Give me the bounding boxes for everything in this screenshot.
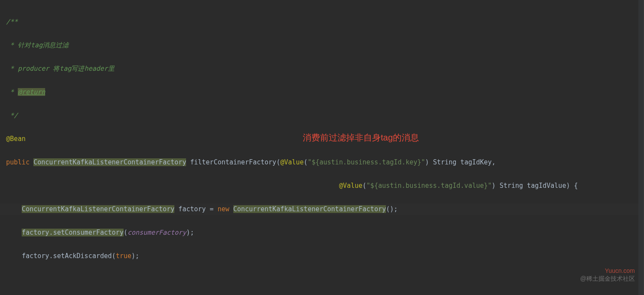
javadoc-return-tag: @return — [18, 88, 45, 96]
code-content[interactable]: /** * 针对tag消息过滤 * producer 将tag写进header里… — [0, 0, 644, 295]
variable: factory — [178, 205, 206, 213]
doc-comment: producer 将tag写进header里 — [18, 65, 114, 72]
doc-comment: 针对tag消息过滤 — [18, 41, 69, 49]
code-editor[interactable]: /** * 针对tag消息过滤 * producer 将tag写进header里… — [0, 0, 644, 295]
type-factory: ConcurrentKafkaListenerContainerFactory — [33, 158, 186, 166]
param-type: String — [500, 182, 523, 190]
annotation-value: @Value — [280, 158, 304, 166]
operator: = — [206, 205, 218, 213]
code-line: ConcurrentKafkaListenerContainerFactory … — [6, 203, 644, 215]
type-factory: ConcurrentKafkaListenerContainerFactory — [22, 205, 174, 213]
keyword-public: public — [6, 158, 29, 166]
doc-comment: */ — [6, 111, 18, 119]
param-name: tagIdKey — [461, 158, 492, 166]
annotation-value: @Value — [339, 182, 363, 190]
code-line: public ConcurrentKafkaListenerContainerF… — [6, 157, 644, 168]
code-line: */ — [6, 110, 644, 121]
receiver: factory. — [22, 229, 53, 236]
code-line-blank — [6, 274, 644, 285]
indent — [6, 229, 22, 236]
watermark-site: Yuucn.com — [605, 267, 635, 274]
vertical-scrollbar[interactable] — [638, 0, 644, 295]
indent — [6, 182, 339, 190]
string-literal: "${austin.business.tagId.value}" — [366, 182, 492, 190]
boolean-literal: true — [116, 252, 131, 260]
code-line: @Bean — [6, 133, 644, 145]
code-line: * producer 将tag写进header里 — [6, 63, 644, 75]
doc-comment: * — [6, 65, 18, 72]
doc-comment: * — [6, 88, 18, 96]
type-factory: ConcurrentKafkaListenerContainerFactory — [233, 205, 386, 213]
string-literal: "${austin.business.tagId.key}" — [307, 158, 425, 166]
doc-comment: * — [6, 41, 18, 49]
param-type: String — [433, 158, 456, 166]
annotation-bean: @Bean — [6, 135, 26, 143]
watermark-community: @稀土掘金技术社区 — [580, 275, 635, 283]
code-line: factory.setAckDiscarded(true); — [6, 250, 644, 262]
indent — [6, 205, 22, 213]
keyword-new: new — [218, 205, 229, 213]
doc-comment: /** — [6, 18, 18, 26]
method-name: filterContainerFactory — [190, 158, 276, 166]
field-ref: consumerFactory — [127, 229, 186, 236]
code-text: factory.setAckDiscarded( — [22, 252, 116, 260]
code-line: * @return — [6, 86, 644, 98]
code-line: factory.setConsumerFactory(consumerFacto… — [6, 227, 644, 239]
indent — [6, 252, 22, 260]
code-line: /** — [6, 16, 644, 28]
method-call: setConsumerFactory — [53, 229, 124, 236]
code-line: * 针对tag消息过滤 — [6, 39, 644, 51]
code-line: @Value("${austin.business.tagId.value}")… — [6, 180, 644, 192]
param-name: tagIdValue — [527, 182, 566, 190]
